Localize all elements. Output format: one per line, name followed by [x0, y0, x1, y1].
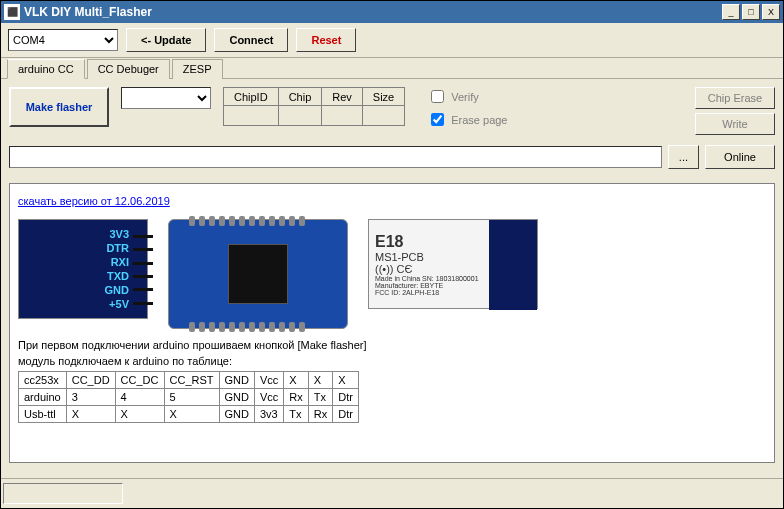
connect-button[interactable]: Connect — [214, 28, 288, 52]
titlebar: ⬛ VLK DIY Multi_Flasher _ □ X — [1, 1, 783, 23]
statusbar — [1, 478, 783, 508]
verify-checkbox[interactable]: Verify — [427, 87, 507, 106]
toolbar: COM4 <- Update Connect Reset — [1, 23, 783, 58]
pin-mapping-table: cc253xCC_DDCC_DCCC_RSTGNDVccXXX arduino3… — [18, 371, 359, 423]
content-frame[interactable]: скачать версию от 12.06.2019 3V3 DTR RXI… — [9, 183, 775, 463]
tabstrip: arduino CC CC Debuger ZESP — [1, 58, 783, 78]
col-chipid: ChipID — [224, 88, 279, 106]
maximize-button[interactable]: □ — [742, 4, 760, 20]
col-rev: Rev — [322, 88, 363, 106]
app-icon: ⬛ — [4, 4, 20, 20]
download-link[interactable]: скачать версию от 12.06.2019 — [18, 195, 170, 207]
chip-erase-button[interactable]: Chip Erase — [695, 87, 775, 109]
com-port-select[interactable]: COM4 — [8, 29, 118, 51]
erase-page-checkbox[interactable]: Erase page — [427, 110, 507, 129]
tab-arduino-cc[interactable]: arduino CC — [7, 59, 85, 79]
window-title: VLK DIY Multi_Flasher — [24, 5, 722, 19]
board-e18-image: E18 MS1-PCB ((•)) CЄ Made in China SN: 1… — [368, 219, 538, 309]
minimize-button[interactable]: _ — [722, 4, 740, 20]
file-path-input[interactable] — [9, 146, 662, 168]
make-flasher-button[interactable]: Make flasher — [9, 87, 109, 127]
tab-cc-debuger[interactable]: CC Debuger — [87, 59, 170, 79]
chip-spec-table: ChipID Chip Rev Size — [223, 87, 405, 126]
tab-zesp[interactable]: ZESP — [172, 59, 223, 79]
table-row: Usb-ttlXXXGND3v3TxRxDtr — [19, 406, 359, 423]
reset-button[interactable]: Reset — [296, 28, 356, 52]
board-arduino-image — [168, 219, 348, 329]
instruction-line-1: При первом подключении arduino прошиваем… — [18, 339, 766, 351]
close-button[interactable]: X — [762, 4, 780, 20]
browse-button[interactable]: ... — [668, 145, 699, 169]
write-button[interactable]: Write — [695, 113, 775, 135]
col-chip: Chip — [278, 88, 322, 106]
table-row: arduino345GNDVccRxTxDtr — [19, 389, 359, 406]
update-button[interactable]: <- Update — [126, 28, 206, 52]
col-size: Size — [362, 88, 404, 106]
instruction-line-2: модуль подключаем к arduino по таблице: — [18, 355, 766, 367]
online-button[interactable]: Online — [705, 145, 775, 169]
firmware-select[interactable] — [121, 87, 211, 109]
board-usb-ttl-image: 3V3 DTR RXI TXD GND +5V — [18, 219, 148, 319]
table-row: cc253xCC_DDCC_DCCC_RSTGNDVccXXX — [19, 372, 359, 389]
